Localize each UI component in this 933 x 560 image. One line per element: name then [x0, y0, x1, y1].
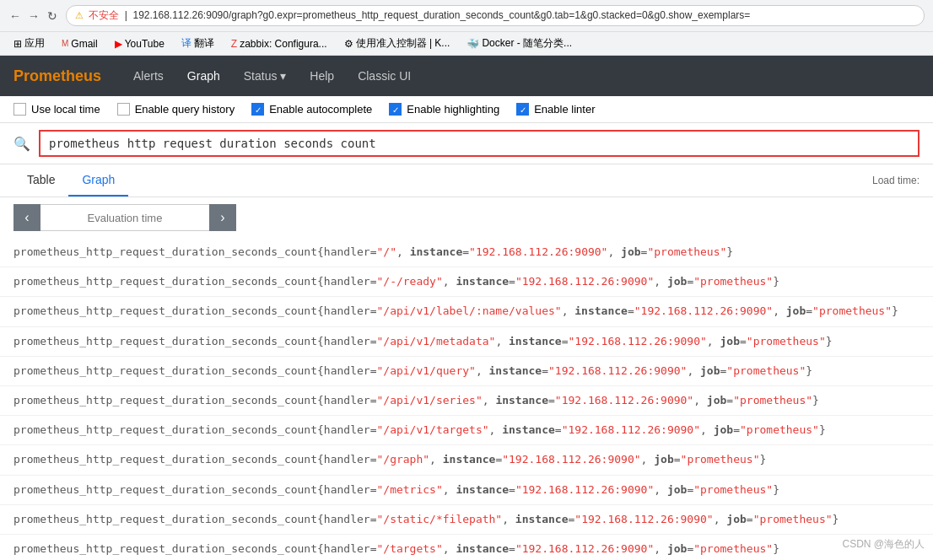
label-value: "192.168.112.26:9090": [515, 483, 654, 496]
bookmark-k8s-label: 使用准入控制器 | K...: [356, 36, 450, 51]
metric-name: prometheus_http_request_duration_seconds…: [13, 423, 317, 436]
security-label: 不安全: [89, 9, 119, 21]
autocomplete-checkbox[interactable]: [251, 103, 264, 116]
refresh-button[interactable]: ↻: [46, 9, 59, 23]
label-key: handler: [324, 453, 370, 466]
table-row: prometheus_http_request_duration_seconds…: [0, 238, 933, 267]
query-history-checkbox[interactable]: [117, 103, 130, 116]
label-value: "/static/*filepath": [376, 513, 502, 525]
docker-icon: 🐳: [466, 38, 479, 50]
label-key: handler: [324, 364, 370, 377]
label-value: "192.168.112.26:9090": [555, 394, 693, 407]
bookmark-youtube[interactable]: ▶ YouTube: [108, 36, 171, 51]
linter-checkbox[interactable]: [516, 103, 529, 116]
label-key: handler: [324, 542, 370, 555]
table-row: prometheus_http_request_duration_seconds…: [0, 297, 933, 326]
nav-status[interactable]: Status ▾: [232, 57, 299, 94]
linter-label: Enable linter: [534, 103, 595, 116]
label-key: job: [714, 423, 733, 436]
table-row: prometheus_http_request_duration_seconds…: [0, 267, 933, 297]
bookmark-docker-label: Docker - 随笔分类...: [482, 36, 572, 51]
option-linter[interactable]: Enable linter: [516, 103, 595, 116]
table-row: prometheus_http_request_duration_seconds…: [0, 476, 933, 505]
nav-graph[interactable]: Graph: [175, 57, 232, 94]
use-local-time-label: Use local time: [31, 103, 100, 116]
label-key: instance: [502, 423, 555, 436]
back-button[interactable]: ←: [8, 9, 22, 23]
label-value: "prometheus": [733, 394, 812, 407]
bookmark-youtube-label: YouTube: [125, 38, 164, 50]
tab-graph[interactable]: Graph: [68, 164, 128, 197]
metric-name: prometheus_http_request_duration_seconds…: [13, 304, 317, 317]
bookmark-docker[interactable]: 🐳 Docker - 随笔分类...: [460, 35, 579, 52]
label-value: "192.168.112.26:9090": [502, 453, 640, 466]
label-value: "/api/v1/targets": [376, 423, 488, 436]
label-key: instance: [495, 394, 548, 407]
label-value: "prometheus": [647, 245, 726, 258]
label-value: "/targets": [376, 542, 442, 555]
option-query-history[interactable]: Enable query history: [117, 103, 235, 116]
label-key: job: [707, 394, 726, 407]
bookmark-apps[interactable]: ⊞ 应用: [7, 35, 51, 52]
use-local-time-checkbox[interactable]: [13, 103, 26, 116]
label-key: handler: [324, 275, 370, 288]
eval-next-button[interactable]: ›: [209, 204, 236, 231]
browser-bar: ← → ↻ ⚠ 不安全 | 192.168.112.26:9090/graph?…: [0, 0, 933, 32]
tab-table[interactable]: Table: [13, 164, 68, 197]
label-key: instance: [489, 364, 542, 377]
eval-prev-button[interactable]: ‹: [13, 204, 40, 231]
label-key: job: [667, 483, 687, 496]
metric-name: prometheus_http_request_duration_seconds…: [13, 542, 317, 555]
label-value: "192.168.112.26:9090": [574, 513, 713, 525]
watermark: CSDN @海色的人: [842, 537, 925, 552]
bookmark-translate[interactable]: 译 翻译: [175, 35, 221, 52]
nav-classic-ui[interactable]: Classic UI: [346, 57, 423, 94]
metric-name: prometheus_http_request_duration_seconds…: [13, 245, 317, 258]
bookmark-zabbix[interactable]: Z zabbix: Configura...: [224, 36, 334, 51]
nav-alerts[interactable]: Alerts: [121, 57, 175, 94]
label-key: handler: [324, 335, 370, 347]
search-bar: 🔍: [0, 123, 933, 164]
highlighting-checkbox[interactable]: [389, 103, 402, 116]
option-autocomplete[interactable]: Enable autocomplete: [251, 103, 372, 116]
label-value: "192.168.112.26:9090": [469, 245, 607, 258]
label-value: "192.168.112.26:9090": [562, 423, 700, 436]
metric-name: prometheus_http_request_duration_seconds…: [13, 335, 317, 347]
forward-button[interactable]: →: [27, 9, 40, 23]
label-key: instance: [456, 275, 509, 288]
label-value: "/graph": [376, 453, 429, 466]
tabs-left: Table Graph: [13, 164, 128, 197]
metric-name: prometheus_http_request_duration_seconds…: [13, 483, 317, 496]
results-list: prometheus_http_request_duration_seconds…: [0, 238, 933, 560]
options-bar: Use local time Enable query history Enab…: [0, 96, 933, 123]
bookmark-translate-label: 翻译: [194, 36, 214, 51]
option-use-local-time[interactable]: Use local time: [13, 103, 100, 116]
label-key: job: [654, 453, 673, 466]
table-row: prometheus_http_request_duration_seconds…: [0, 505, 933, 535]
eval-time-input[interactable]: [40, 204, 209, 231]
label-key: instance: [410, 245, 463, 258]
label-value: "/api/v1/series": [376, 394, 482, 407]
label-value: "prometheus": [753, 513, 833, 525]
bookmark-gmail[interactable]: M Gmail: [55, 36, 105, 51]
metric-name: prometheus_http_request_duration_seconds…: [13, 394, 317, 407]
lock-icon: ⚠: [75, 10, 84, 21]
zabbix-icon: Z: [231, 38, 237, 50]
bookmark-k8s[interactable]: ⚙ 使用准入控制器 | K...: [337, 35, 457, 52]
nav-help[interactable]: Help: [298, 57, 346, 94]
label-key: job: [720, 335, 740, 347]
label-value: "/metrics": [376, 483, 442, 496]
load-time: Load time:: [872, 166, 920, 195]
label-value: "192.168.112.26:9090": [515, 542, 654, 555]
address-bar[interactable]: ⚠ 不安全 | 192.168.112.26:9090/graph?g0.exp…: [66, 5, 925, 26]
label-key: instance: [456, 542, 509, 555]
label-key: handler: [324, 483, 370, 496]
label-value: "prometheus": [726, 364, 806, 377]
label-key: job: [621, 245, 640, 258]
table-row: prometheus_http_request_duration_seconds…: [0, 386, 933, 416]
nav-brand[interactable]: Prometheus: [13, 67, 101, 85]
search-input[interactable]: [39, 130, 920, 157]
label-key: handler: [324, 513, 370, 525]
option-highlighting[interactable]: Enable highlighting: [389, 103, 499, 116]
query-history-label: Enable query history: [135, 103, 235, 116]
